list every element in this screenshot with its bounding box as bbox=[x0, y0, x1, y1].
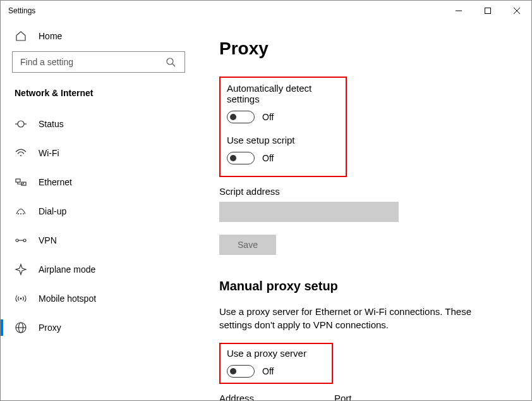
sidebar-item-label: Airplane mode bbox=[39, 264, 95, 275]
sidebar-item-label: Proxy bbox=[39, 323, 61, 333]
port-label: Port bbox=[334, 393, 389, 400]
sidebar-item-airplane[interactable]: Airplane mode bbox=[1, 255, 196, 284]
svg-point-15 bbox=[16, 239, 18, 242]
hotspot-icon bbox=[15, 292, 27, 305]
script-address-label: Script address bbox=[219, 186, 512, 197]
home-link[interactable]: Home bbox=[1, 21, 196, 51]
window-title: Settings bbox=[8, 6, 35, 15]
content-area: Proxy Automatically detect settings Off … bbox=[196, 21, 531, 400]
airplane-icon bbox=[15, 263, 27, 276]
wifi-icon bbox=[15, 147, 27, 159]
svg-point-4 bbox=[167, 58, 173, 65]
svg-point-6 bbox=[18, 121, 24, 127]
auto-detect-label: Automatically detect settings bbox=[227, 83, 339, 104]
svg-point-9 bbox=[20, 155, 21, 156]
svg-point-16 bbox=[23, 239, 26, 242]
search-placeholder: Find a setting bbox=[20, 57, 73, 67]
settings-window: Settings Home Find a setting bbox=[0, 0, 532, 401]
status-icon bbox=[15, 118, 27, 130]
svg-point-18 bbox=[20, 298, 22, 300]
search-input[interactable]: Find a setting bbox=[12, 51, 185, 73]
use-proxy-highlight: Use a proxy server Off bbox=[219, 343, 333, 384]
sidebar-item-proxy[interactable]: Proxy bbox=[1, 313, 196, 342]
home-label: Home bbox=[39, 31, 62, 41]
use-proxy-toggle[interactable] bbox=[227, 365, 255, 378]
sidebar-item-label: Wi-Fi bbox=[39, 148, 59, 158]
close-button[interactable] bbox=[502, 1, 531, 21]
use-proxy-state: Off bbox=[262, 366, 274, 376]
sidebar-item-label: VPN bbox=[39, 235, 57, 245]
sidebar-item-label: Ethernet bbox=[39, 177, 72, 187]
page-title: Proxy bbox=[219, 39, 512, 59]
sidebar-item-dialup[interactable]: Dial-up bbox=[1, 197, 196, 226]
minimize-button[interactable] bbox=[444, 1, 473, 21]
category-heading: Network & Internet bbox=[1, 84, 196, 109]
manual-description: Use a proxy server for Ethernet or Wi-Fi… bbox=[219, 305, 497, 331]
titlebar: Settings bbox=[1, 1, 531, 21]
sidebar-item-label: Status bbox=[39, 119, 64, 129]
auto-settings-highlight: Automatically detect settings Off Use se… bbox=[219, 77, 347, 177]
svg-point-12 bbox=[18, 213, 19, 214]
use-proxy-label: Use a proxy server bbox=[227, 348, 325, 359]
setup-script-state: Off bbox=[262, 153, 274, 163]
sidebar-item-status[interactable]: Status bbox=[1, 109, 196, 139]
sidebar-item-vpn[interactable]: VPN bbox=[1, 226, 196, 255]
save-button[interactable]: Save bbox=[219, 235, 276, 255]
proxy-icon bbox=[15, 321, 27, 334]
sidebar-item-wifi[interactable]: Wi-Fi bbox=[1, 139, 196, 168]
vpn-icon bbox=[15, 234, 27, 247]
svg-line-5 bbox=[172, 64, 175, 66]
search-icon bbox=[164, 56, 177, 68]
sidebar: Home Find a setting Network & Internet S… bbox=[1, 21, 196, 400]
sidebar-item-ethernet[interactable]: Ethernet bbox=[1, 168, 196, 197]
manual-heading: Manual proxy setup bbox=[219, 279, 512, 293]
maximize-button[interactable] bbox=[473, 1, 502, 21]
setup-script-toggle[interactable] bbox=[227, 152, 255, 164]
setup-script-label: Use setup script bbox=[227, 135, 339, 145]
sidebar-item-label: Mobile hotspot bbox=[39, 293, 96, 304]
home-icon bbox=[15, 30, 27, 42]
ethernet-icon bbox=[15, 176, 27, 188]
svg-rect-10 bbox=[16, 179, 20, 182]
sidebar-item-hotspot[interactable]: Mobile hotspot bbox=[1, 284, 196, 313]
auto-detect-state: Off bbox=[262, 112, 274, 122]
sidebar-item-label: Dial-up bbox=[39, 206, 66, 216]
svg-rect-1 bbox=[485, 8, 491, 14]
auto-detect-toggle[interactable] bbox=[227, 111, 255, 123]
dialup-icon bbox=[15, 205, 27, 218]
svg-point-13 bbox=[20, 213, 21, 214]
address-label: Address bbox=[219, 393, 320, 400]
svg-point-14 bbox=[23, 213, 24, 214]
script-address-input[interactable] bbox=[219, 202, 399, 222]
window-controls bbox=[444, 1, 531, 21]
